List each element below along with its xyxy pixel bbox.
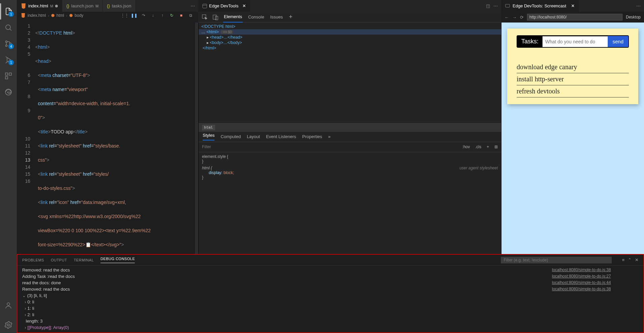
scm-badge: 4 [8,44,14,49]
svg-point-10 [7,324,9,326]
step-over-icon[interactable]: ↷ [140,12,147,19]
tab-label: launch.json [71,3,93,8]
svg-point-2 [6,41,7,43]
tab-modified: M [50,4,53,8]
line-gutter: 123 456 789 101112 13141516 [17,23,35,254]
todo-app: Tasks: send download edge canary install… [507,29,638,104]
task-item[interactable]: refresh devtools [517,85,629,97]
styles-filter-input[interactable] [202,144,457,149]
debug-badge: 1 [8,60,14,65]
output-tab[interactable]: OUTPUT [51,258,67,262]
task-item[interactable]: install http-server [517,73,629,85]
tab-label: tasks.json [112,3,131,8]
screencast-tab-row: Edge DevTools: Screencast ✕ ⋯ [501,0,644,12]
close-icon[interactable]: ✕ [571,3,575,8]
hov-button[interactable]: :hov [462,144,470,149]
split-icon[interactable]: ◫ [486,3,490,8]
search-icon[interactable] [0,19,16,36]
computed-tab[interactable]: Computed [220,134,241,139]
svg-rect-7 [5,77,8,79]
tab-launch-json[interactable]: {} launch.json M [62,0,103,12]
device-icon[interactable] [212,14,218,20]
breadcrumb-html[interactable]: html [56,13,64,18]
source-link[interactable]: localhost:8080/simple-to-do.js:38 [552,267,641,273]
debug-console-tab[interactable]: DEBUG CONSOLE [100,257,135,263]
url-input[interactable] [527,14,622,20]
terminal-tab[interactable]: TERMINAL [74,258,94,262]
tab-modified: M [95,4,98,8]
screencast-toolbar: ← → ⟳ Desktop [501,12,644,23]
stop-icon[interactable]: ■ [177,12,185,19]
collapse-icon[interactable]: ⌃ [628,257,632,262]
properties-tab[interactable]: Properties [302,134,322,139]
listeners-tab[interactable]: Event Listeners [266,134,296,139]
more-icon[interactable]: ⋯ [493,3,498,8]
breadcrumb-body[interactable]: body [75,13,83,18]
elements-tab[interactable]: Elements [223,11,243,23]
screencast-tab[interactable]: Edge DevTools: Screencast ✕ [501,0,579,12]
restart-icon[interactable]: ↻ [168,12,175,19]
more-icon[interactable]: » [328,134,330,139]
account-icon[interactable] [0,297,16,314]
debug-icon[interactable]: 1 [0,52,16,68]
forward-icon[interactable]: → [512,15,517,20]
layout-tab[interactable]: Layout [247,134,260,139]
tab-actions: ⋯ [187,0,198,12]
task-input[interactable] [542,36,608,47]
issues-tab[interactable]: Issues [270,12,284,22]
dom-breadcrumb[interactable]: html [199,123,501,131]
source-link[interactable]: localhost:8080/simple-to-do.js:44 [552,280,641,286]
tab-label: index.html [28,3,48,8]
devtools-panel: <!DOCTYPE html> … <html> == $0 ▸ <head>…… [198,23,501,254]
drag-handle-icon[interactable]: ⋮⋮ [121,12,128,19]
elements-tree[interactable]: <!DOCTYPE html> … <html> == $0 ▸ <head>…… [199,23,501,123]
computed-panel-icon[interactable]: ⊞ [494,144,498,149]
close-panel-icon[interactable]: ✕ [635,257,639,262]
more-icon[interactable]: ⋯ [191,3,195,8]
pause-icon[interactable]: ❚❚ [130,12,138,19]
back-icon[interactable]: ← [505,15,509,20]
more-icon[interactable]: ⋯ [636,3,641,8]
styles-tab[interactable]: Styles [203,133,214,140]
styles-body[interactable]: element.style { } html {user agent style… [199,152,501,254]
close-icon[interactable]: ✕ [242,3,246,8]
tab-tasks-json[interactable]: {} tasks.json [103,0,136,12]
svg-rect-15 [213,15,216,19]
extensions-icon[interactable] [0,68,16,84]
tab-index-html[interactable]: index.html M [17,0,62,12]
task-item[interactable]: download edge canary [517,61,629,73]
screencast-viewport[interactable]: Tasks: send download edge canary install… [501,23,644,254]
source-link[interactable]: localhost:8080/simple-to-do.js:38 [552,286,641,292]
console-tab[interactable]: Console [247,12,265,22]
reload-icon[interactable]: ⟳ [520,15,524,20]
breadcrumb-file[interactable]: index.html [28,13,46,18]
task-form: Tasks: send [517,35,629,48]
devtools-title: Edge DevTools [209,3,238,8]
problems-tab[interactable]: PROBLEMS [22,258,44,262]
edge-icon[interactable] [0,84,16,100]
console-output[interactable]: Removed: read the docs Adding Task :read… [17,265,643,332]
clear-icon[interactable]: ≡ [622,257,625,262]
step-out-icon[interactable]: ↑ [159,12,166,19]
add-rule-icon[interactable]: + [487,144,489,149]
add-tab-icon[interactable]: + [288,11,293,23]
scm-icon[interactable]: 4 [0,36,16,52]
console-filter-input[interactable] [501,257,612,263]
settings-icon[interactable] [0,317,16,333]
debug-toolbar: ⋮⋮ ❚❚ ↷ ↓ ↑ ↻ ■ ⧉ [121,12,194,19]
editor-tab-bar: index.html M {} launch.json M {} tasks.j… [17,0,198,12]
minimap[interactable] [195,23,198,254]
inspect-icon[interactable] [202,14,208,20]
code-editor[interactable]: 123 456 789 101112 13141516 <!DOCTYPE ht… [17,23,198,254]
tab-dirty-icon[interactable] [55,5,58,7]
source-link[interactable]: localhost:8080/simple-to-do.js:27 [552,273,641,280]
send-button[interactable]: send [608,36,628,47]
tasks-label: Tasks: [517,36,542,47]
toggle-icon[interactable]: ⧉ [187,12,194,19]
device-label[interactable]: Desktop [626,15,641,19]
step-into-icon[interactable]: ↓ [149,12,157,19]
devtools-tab[interactable]: Edge DevTools ✕ [198,0,250,12]
cls-button[interactable]: .cls [475,144,481,149]
svg-rect-6 [9,73,11,75]
explorer-icon[interactable]: 1 [0,3,16,19]
